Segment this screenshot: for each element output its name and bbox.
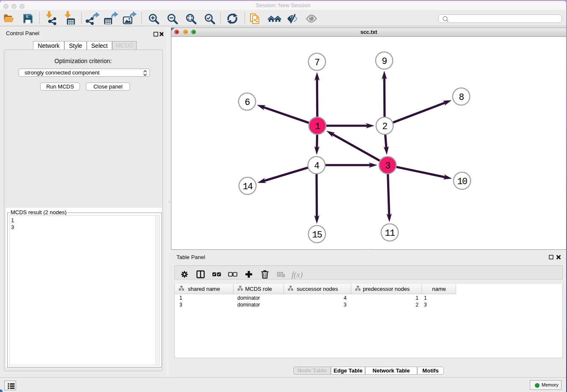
svg-text:3: 3 [385,161,390,171]
svg-text:6: 6 [245,97,250,108]
svg-text:f(x): f(x) [292,270,303,279]
svg-text:8: 8 [459,92,464,102]
svg-text:4: 4 [314,161,319,171]
svg-text:15: 15 [312,230,322,240]
svg-text:10: 10 [457,177,467,187]
svg-text:2: 2 [382,121,387,132]
svg-text:7: 7 [314,58,319,68]
svg-text:1: 1 [315,121,320,132]
svg-text:11: 11 [385,228,395,238]
svg-text:14: 14 [243,182,253,192]
svg-text:9: 9 [382,56,387,66]
